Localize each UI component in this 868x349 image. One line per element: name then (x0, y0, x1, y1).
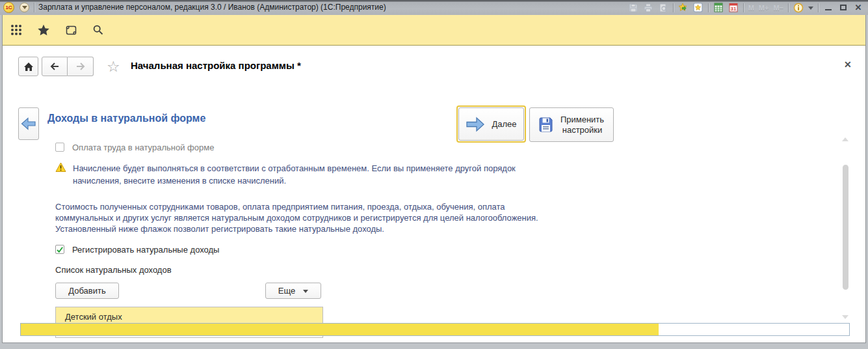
favorite-toggle-star-icon[interactable]: ☆ (107, 58, 120, 76)
memory-add-button[interactable]: M+ (759, 4, 769, 12)
search-icon[interactable] (92, 23, 105, 36)
1c-logo-icon[interactable]: 1С (3, 2, 14, 13)
title-bar: 1С Зарплата и управление персоналом, ред… (0, 0, 868, 15)
window-title: Зарплата и управление персоналом, редакц… (38, 0, 386, 15)
payment-in-kind-label[interactable]: Оплата труда в натуральной форме (72, 143, 214, 152)
scroll-up-icon[interactable] (842, 134, 848, 141)
chevron-down-icon (303, 290, 308, 296)
separator (708, 3, 709, 12)
save-settings-icon (538, 117, 554, 133)
separator (743, 3, 744, 12)
system-menu-button[interactable] (20, 3, 29, 12)
chevron-down-icon[interactable] (808, 7, 813, 12)
apply-settings-button[interactable]: Применить настройки (529, 107, 614, 142)
scroll-down-icon[interactable] (842, 315, 848, 322)
payment-in-kind-checkbox-row: Оплата труда в натуральной форме (55, 143, 214, 152)
scrollbar-thumb[interactable] (843, 165, 848, 290)
wizard-progress-bar (20, 323, 850, 336)
register-income-checkbox-row: Регистрировать натуральные доходы (55, 245, 219, 255)
wizard-form: Доходы в натуральной форме Далее Примени… (3, 92, 865, 326)
apply-button-label: Применить настройки (559, 115, 606, 135)
separator (788, 3, 789, 12)
favorites-list-icon[interactable] (693, 3, 704, 13)
history-nav-group (42, 57, 94, 76)
wizard-back-button[interactable] (18, 107, 39, 140)
back-button[interactable] (42, 57, 68, 76)
more-button[interactable]: Еще (265, 283, 321, 299)
register-income-checkbox[interactable] (55, 245, 64, 254)
app-window: 1С Зарплата и управление персоналом, ред… (0, 0, 868, 349)
close-form-icon[interactable]: ✕ (844, 59, 852, 70)
register-income-label[interactable]: Регистрировать натуральные доходы (72, 245, 219, 255)
titlebar-toolbar: 31 M M+ M− ✕ (628, 0, 863, 15)
section-heading: Доходы в натуральной форме (47, 113, 205, 124)
minimize-button[interactable] (823, 3, 834, 13)
save-icon[interactable] (628, 3, 638, 13)
tool-panel (3, 15, 865, 46)
info-icon[interactable] (793, 3, 804, 13)
forward-button[interactable] (68, 57, 94, 76)
list-caption: Список натуральных доходов (55, 265, 172, 275)
page-title: Начальная настройка программы * (131, 60, 301, 71)
add-favorite-icon[interactable] (678, 3, 689, 13)
arrow-left-icon (49, 61, 60, 72)
print-preview-icon[interactable] (658, 3, 668, 13)
home-icon (23, 62, 34, 72)
add-button[interactable]: Добавить (55, 283, 119, 299)
big-arrow-right-icon (466, 116, 485, 133)
default-button-highlight: Далее (456, 105, 526, 143)
favorites-star-icon[interactable] (37, 23, 50, 36)
arrow-right-icon (75, 61, 86, 72)
more-button-label: Еще (278, 286, 295, 296)
separator (818, 3, 819, 12)
separator (34, 3, 34, 12)
memory-subtract-button[interactable]: M− (773, 4, 783, 12)
history-scroll-icon[interactable] (64, 23, 77, 36)
memory-recall-button[interactable]: M (748, 4, 754, 12)
checkmark-icon (56, 245, 64, 254)
chevron-down-icon (22, 6, 27, 12)
warning-message: Начисление будет выполняться в соответст… (55, 162, 528, 187)
warning-triangle-icon (55, 162, 66, 173)
warning-text: Начисление будет выполняться в соответст… (73, 162, 528, 187)
main-menu-grid-icon[interactable] (10, 23, 23, 36)
big-arrow-left-icon (21, 117, 36, 131)
print-icon[interactable] (643, 3, 653, 13)
window-body: ☆ Начальная настройка программы * ✕ Дохо… (2, 15, 866, 343)
calculator-icon[interactable] (713, 3, 724, 13)
home-button[interactable] (18, 57, 38, 76)
separator (673, 3, 674, 12)
description-text: Стоимость полученных сотрудниками товаро… (55, 201, 561, 234)
calendar-icon[interactable]: 31 (728, 3, 739, 13)
next-button[interactable]: Далее (458, 107, 524, 141)
close-window-button[interactable]: ✕ (853, 3, 863, 13)
svg-text:31: 31 (730, 6, 736, 12)
navigation-row: ☆ Начальная настройка программы * ✕ (3, 46, 865, 92)
payment-in-kind-checkbox[interactable] (55, 143, 64, 152)
next-button-label: Далее (492, 119, 516, 129)
maximize-button[interactable] (838, 3, 848, 13)
progress-fill (21, 324, 659, 335)
